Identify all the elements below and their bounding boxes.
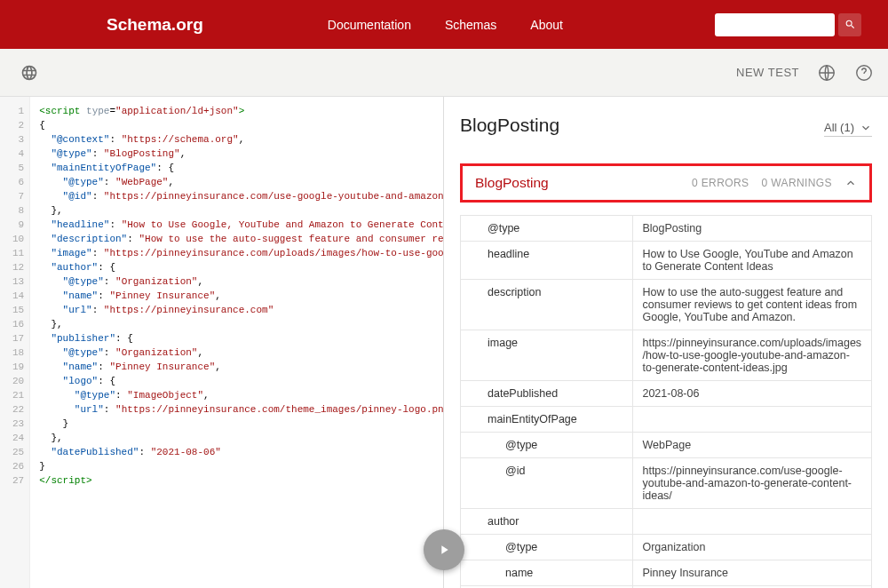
play-icon — [437, 543, 451, 557]
table-row[interactable]: @typeOrganization — [461, 535, 872, 560]
globe-icon — [20, 64, 38, 82]
search-input[interactable] — [715, 13, 835, 36]
nav-links: Documentation Schemas About — [328, 18, 563, 32]
new-test-button[interactable]: NEW TEST — [736, 66, 799, 79]
line-gutter: 1234567891011121314151617181920212223242… — [0, 97, 30, 588]
search-button[interactable] — [838, 13, 861, 36]
result-title: BlogPosting — [460, 115, 559, 136]
card-warnings: 0 WARNINGS — [761, 177, 832, 189]
search-icon — [844, 19, 856, 30]
property-table: @typeBlogPostingheadlineHow to Use Googl… — [460, 215, 872, 588]
table-row[interactable]: namePinney Insurance — [461, 560, 872, 586]
chevron-up-icon — [844, 177, 857, 189]
table-row[interactable]: datePublished2021-08-06 — [461, 381, 872, 407]
table-row[interactable]: descriptionHow to use the auto-suggest f… — [461, 280, 872, 330]
card-type: BlogPosting — [475, 175, 549, 191]
code-editor[interactable]: <script type="application/ld+json">{ "@c… — [30, 97, 443, 588]
content: 1234567891011121314151617181920212223242… — [0, 97, 888, 588]
help-icon[interactable] — [854, 63, 874, 83]
run-button[interactable] — [424, 529, 464, 570]
language-icon[interactable] — [817, 63, 836, 83]
table-row[interactable]: headlineHow to Use Google, YouTube and A… — [461, 242, 872, 280]
result-pane: BlogPosting All (1) BlogPosting 0 ERRORS… — [444, 97, 888, 588]
result-card-header[interactable]: BlogPosting 0 ERRORS 0 WARNINGS — [460, 163, 872, 203]
nav-about[interactable]: About — [530, 18, 563, 32]
filter-dropdown[interactable]: All (1) — [824, 121, 872, 137]
url-tab-button[interactable] — [14, 58, 44, 88]
top-nav: Schema.org Documentation Schemas About — [0, 0, 888, 49]
code-pane: 1234567891011121314151617181920212223242… — [0, 97, 444, 588]
table-row[interactable]: mainEntityOfPage — [461, 407, 872, 433]
table-row[interactable]: @idhttps://pinneyinsurance.com/use-googl… — [461, 458, 872, 509]
nav-schemas[interactable]: Schemas — [445, 18, 496, 32]
caret-down-icon — [860, 122, 872, 134]
table-row[interactable]: @typeWebPage — [461, 433, 872, 458]
toolbar: NEW TEST — [0, 49, 888, 97]
table-row[interactable]: @typeBlogPosting — [461, 216, 872, 242]
card-errors: 0 ERRORS — [692, 177, 749, 189]
logo[interactable]: Schema.org — [107, 15, 203, 35]
table-row[interactable]: author — [461, 509, 872, 535]
search-wrap — [715, 13, 861, 36]
filter-label: All (1) — [824, 121, 854, 134]
nav-documentation[interactable]: Documentation — [328, 18, 411, 32]
table-row[interactable]: imagehttps://pinneyinsurance.com/uploads… — [461, 330, 872, 381]
